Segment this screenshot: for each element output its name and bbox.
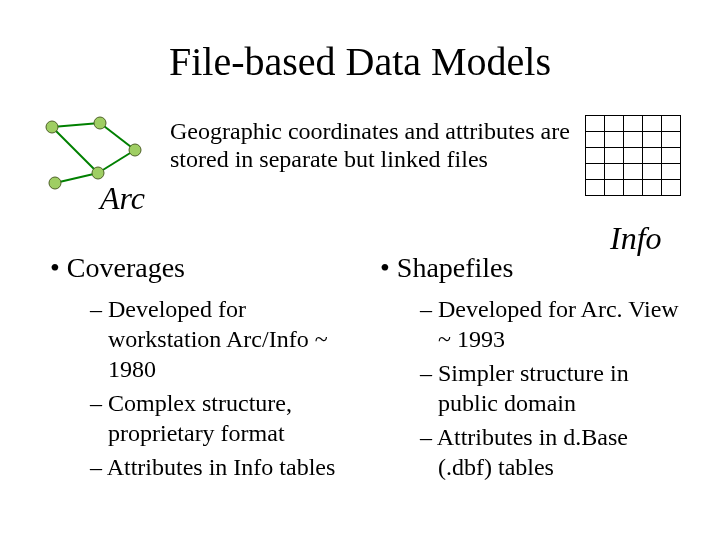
svg-line-0 xyxy=(52,123,100,127)
content-columns: Coverages Developed for workstation Arc/… xyxy=(50,252,680,486)
slide-subtitle: Geographic coordinates and attributes ar… xyxy=(170,118,590,173)
svg-point-7 xyxy=(129,144,141,156)
svg-point-6 xyxy=(94,117,106,129)
left-column: Coverages Developed for workstation Arc/… xyxy=(50,252,350,486)
right-column: Shapefiles Developed for Arc. View ~ 199… xyxy=(380,252,680,486)
info-table-icon xyxy=(585,115,681,196)
list-item: Attributes in d.Base (.dbf) tables xyxy=(420,422,680,482)
shapefiles-list: Developed for Arc. View ~ 1993Simpler st… xyxy=(380,294,680,482)
coverages-list: Developed for workstation Arc/Info ~ 198… xyxy=(50,294,350,482)
slide-title: File-based Data Models xyxy=(0,38,720,85)
list-item: Simpler structure in public domain xyxy=(420,358,680,418)
slide: File-based Data Models Geographic coordi… xyxy=(0,0,720,540)
list-item: Complex structure, proprietary format xyxy=(90,388,350,448)
svg-line-1 xyxy=(100,123,135,150)
svg-line-4 xyxy=(55,173,98,183)
svg-line-2 xyxy=(98,150,135,173)
coverages-heading: Coverages xyxy=(50,252,350,284)
svg-line-3 xyxy=(52,127,98,173)
list-item: Developed for workstation Arc/Info ~ 198… xyxy=(90,294,350,384)
list-item: Developed for Arc. View ~ 1993 xyxy=(420,294,680,354)
shapefiles-heading: Shapefiles xyxy=(380,252,680,284)
svg-point-8 xyxy=(92,167,104,179)
arc-label: Arc xyxy=(100,180,145,217)
svg-point-5 xyxy=(46,121,58,133)
list-item: Attributes in Info tables xyxy=(90,452,350,482)
svg-point-9 xyxy=(49,177,61,189)
